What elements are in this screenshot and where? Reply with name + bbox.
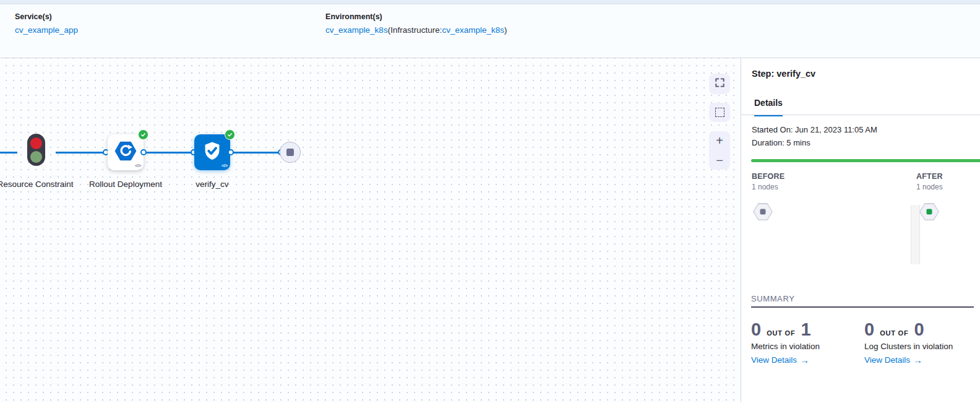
environment-link[interactable]: cv_example_k8s <box>325 25 388 35</box>
environments-block: Environment(s) cv_example_k8s(Infrastruc… <box>325 12 507 35</box>
metrics-view-details-link[interactable]: View Details → <box>751 355 862 365</box>
environment-value: cv_example_k8s(Infrastructure:cv_example… <box>325 25 507 35</box>
before-node-status-dot <box>760 209 766 215</box>
arrow-right-icon: → <box>800 355 809 365</box>
fullscreen-icon <box>715 77 725 90</box>
summary-label: SUMMARY <box>751 294 794 303</box>
traffic-light-red-icon <box>30 137 42 149</box>
summary-divider <box>751 306 974 308</box>
services-block: Service(s) cv_example_app <box>15 12 78 35</box>
services-label: Service(s) <box>15 12 78 21</box>
rollout-deployment-node[interactable]: </> <box>108 134 144 170</box>
stop-icon <box>286 149 294 156</box>
logs-view-details-link[interactable]: View Details → <box>864 355 976 365</box>
after-node-hexagon[interactable] <box>919 203 939 220</box>
logs-violation-count: 0 <box>864 319 874 339</box>
after-count: 1 nodes <box>916 183 943 191</box>
fullscreen-button[interactable] <box>709 74 730 94</box>
logs-counts: 0 OUT OF 0 <box>864 319 976 339</box>
rollout-icon <box>114 139 137 165</box>
success-check-badge <box>225 129 235 140</box>
view-details-text: View Details <box>864 355 910 365</box>
view-details-text: View Details <box>751 355 797 365</box>
metrics-caption: Metrics in violation <box>751 342 862 351</box>
verify-cv-label: verify_cv <box>172 178 252 191</box>
out-of-label: OUT OF <box>880 329 908 337</box>
edge-3 <box>233 152 280 154</box>
before-label: BEFORE <box>752 172 784 181</box>
verification-progress-bar <box>751 159 980 162</box>
stage-end-node[interactable] <box>280 142 301 163</box>
code-template-icon: </> <box>221 163 228 168</box>
top-accent-strip <box>0 0 980 4</box>
before-count: 1 nodes <box>752 183 778 191</box>
zoom-out-button[interactable]: − <box>709 154 730 167</box>
tab-details[interactable]: Details <box>754 98 783 116</box>
marquee-select-icon <box>715 108 724 117</box>
pipeline-canvas[interactable]: Resource Constraint </> Rollout Deployme… <box>0 58 741 402</box>
after-node-status-dot <box>927 209 932 215</box>
metrics-total-count: 1 <box>801 319 811 339</box>
zoom-controls: + − <box>709 131 730 170</box>
before-node-hexagon[interactable] <box>753 203 773 220</box>
edge-1 <box>56 152 105 154</box>
started-on-text: Started On: Jun 21, 2023 11:05 AM <box>752 125 877 134</box>
metrics-counts: 0 OUT OF 1 <box>751 319 862 339</box>
infrastructure-link[interactable]: cv_example_k8s <box>442 25 504 35</box>
execution-header: Service(s) cv_example_app Environment(s)… <box>0 4 980 58</box>
success-check-badge <box>138 129 148 140</box>
edge-incoming <box>0 152 17 154</box>
rollout-deployment-label: Rollout Deployment <box>85 178 166 191</box>
metrics-summary: 0 OUT OF 1 Metrics in violation View Det… <box>751 319 862 365</box>
zoom-in-button[interactable]: + <box>709 134 730 147</box>
resource-constraint-label: Resource Constraint <box>0 178 75 191</box>
code-template-icon: </> <box>135 163 141 168</box>
duration-text: Duration: 5 mins <box>752 138 810 147</box>
step-details-panel: Step: verify_cv Details Started On: Jun … <box>741 58 980 402</box>
logs-caption: Log Clusters in violation <box>864 342 976 351</box>
tabs-divider <box>741 115 980 115</box>
resource-constraint-node[interactable] <box>27 134 45 166</box>
traffic-light-green-icon <box>30 151 42 163</box>
verify-cv-node[interactable]: </> <box>194 134 230 170</box>
selection-mode-button[interactable] <box>709 103 730 122</box>
logs-total-count: 0 <box>914 319 924 339</box>
edge-2 <box>146 152 193 154</box>
shield-check-icon <box>201 140 223 165</box>
arrow-right-icon: → <box>913 355 922 365</box>
out-of-label: OUT OF <box>767 329 795 337</box>
panel-title: Step: verify_cv <box>752 69 815 79</box>
environments-label: Environment(s) <box>325 12 507 21</box>
main-area: Resource Constraint </> Rollout Deployme… <box>0 58 980 402</box>
metrics-violation-count: 0 <box>751 319 761 339</box>
infrastructure-prefix: (Infrastructure: <box>388 25 442 35</box>
service-link[interactable]: cv_example_app <box>15 25 78 35</box>
before-list-scrollbar[interactable] <box>911 205 920 264</box>
infrastructure-suffix: ) <box>504 25 507 35</box>
after-label: AFTER <box>916 172 943 181</box>
logs-summary: 0 OUT OF 0 Log Clusters in violation Vie… <box>864 319 976 365</box>
